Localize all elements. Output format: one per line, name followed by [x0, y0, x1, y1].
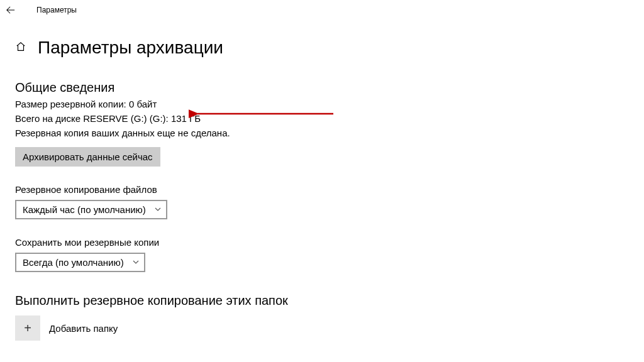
frequency-label: Резервное копирование файлов — [15, 184, 644, 195]
home-icon[interactable] — [15, 41, 26, 55]
chevron-down-icon — [155, 206, 161, 214]
retention-label: Сохранить мои резервные копии — [15, 237, 644, 248]
disk-total-line: Всего на диске RESERVE (G:) (G:): 131 ГБ — [15, 113, 644, 124]
folders-heading: Выполнить резервное копирование этих пап… — [15, 293, 644, 308]
backup-status-line: Резервная копия ваших данных еще не сдел… — [15, 128, 644, 138]
overview-heading: Общие сведения — [15, 80, 644, 95]
retention-dropdown[interactable]: Всегда (по умолчанию) — [15, 253, 145, 272]
frequency-dropdown[interactable]: Каждый час (по умолчанию) — [15, 200, 167, 219]
backup-size-line: Размер резервной копии: 0 байт — [15, 99, 644, 109]
add-folder-label: Добавить папку — [49, 323, 118, 334]
add-folder-button[interactable]: + Добавить папку — [15, 315, 644, 341]
plus-icon: + — [15, 315, 40, 341]
page-header: Параметры архивации — [15, 38, 644, 58]
back-icon[interactable] — [6, 6, 25, 14]
backup-now-button[interactable]: Архивировать данные сейчас — [15, 147, 160, 167]
title-bar: Параметры — [0, 0, 644, 20]
chevron-down-icon — [133, 259, 139, 266]
page-title: Параметры архивации — [38, 38, 223, 58]
retention-value: Всегда (по умолчанию) — [23, 257, 124, 268]
frequency-value: Каждый час (по умолчанию) — [23, 204, 146, 215]
app-name: Параметры — [36, 6, 77, 14]
content-area: Параметры архивации Общие сведения Разме… — [0, 20, 644, 341]
